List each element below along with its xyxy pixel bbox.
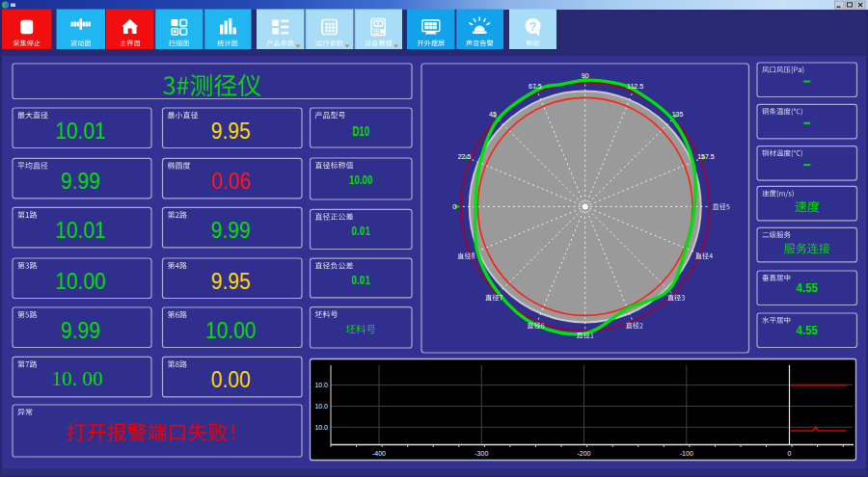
svg-text:?: ?	[529, 19, 537, 34]
svg-text:0.00: 0.00	[211, 366, 251, 392]
svg-text:9.99: 9.99	[61, 317, 100, 343]
svg-text:0.01: 0.01	[352, 224, 370, 238]
svg-text:10.0: 10.0	[314, 382, 328, 388]
svg-text:D10: D10	[352, 123, 369, 139]
svg-text:90: 90	[582, 72, 589, 79]
svg-text:-100: -100	[680, 450, 693, 457]
svg-text:-300: -300	[475, 450, 488, 457]
svg-text:10.0: 10.0	[314, 424, 328, 431]
svg-text:22.5: 22.5	[458, 153, 472, 160]
svg-text:45: 45	[489, 111, 497, 118]
svg-text:0.01: 0.01	[352, 273, 370, 287]
svg-text:4.55: 4.55	[797, 323, 818, 337]
svg-text:67.5: 67.5	[529, 83, 542, 90]
svg-text:9.95: 9.95	[211, 268, 251, 294]
svg-text:9.99: 9.99	[211, 217, 251, 243]
svg-text:135: 135	[672, 111, 684, 118]
svg-text:112.5: 112.5	[627, 83, 643, 90]
svg-text:10.01: 10.01	[55, 217, 105, 243]
svg-text:-200: -200	[577, 450, 590, 457]
svg-text:0: 0	[788, 450, 792, 457]
svg-text:10.00: 10.00	[205, 317, 256, 343]
svg-text:4.55: 4.55	[797, 280, 818, 295]
svg-text:0: 0	[452, 203, 456, 210]
svg-text:-400: -400	[372, 450, 386, 457]
svg-text:10.00: 10.00	[349, 172, 372, 187]
svg-text:10. 00: 10. 00	[52, 366, 103, 390]
svg-text:10.01: 10.01	[55, 118, 105, 144]
svg-text:10.00: 10.00	[55, 268, 105, 294]
svg-text:0.06: 0.06	[211, 168, 251, 194]
svg-text:10.0: 10.0	[314, 403, 328, 410]
svg-text:157.5: 157.5	[697, 153, 715, 160]
svg-text:9.99: 9.99	[61, 168, 100, 194]
svg-text:9.95: 9.95	[211, 118, 251, 144]
